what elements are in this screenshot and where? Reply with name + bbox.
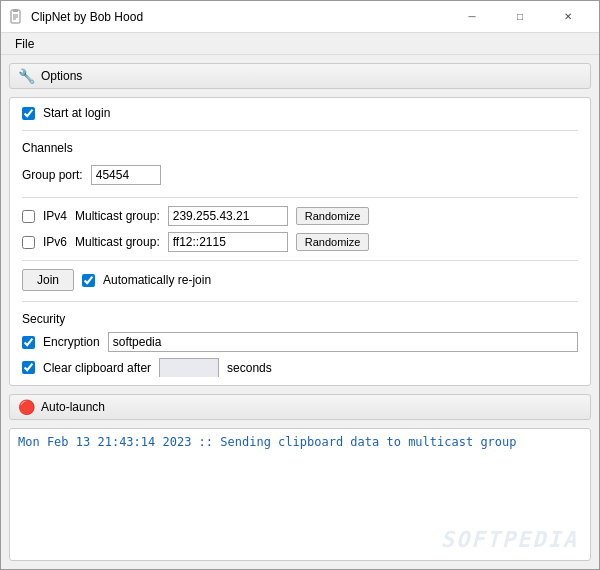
ipv6-row: IPv6 Multicast group: Randomize — [22, 232, 578, 252]
auto-rejoin-checkbox[interactable] — [82, 274, 95, 287]
start-at-login-checkbox[interactable] — [22, 107, 35, 120]
window-title: ClipNet by Bob Hood — [31, 10, 449, 24]
ipv4-label: IPv4 — [43, 209, 67, 223]
clear-clipboard-row: Clear clipboard after seconds — [22, 358, 578, 377]
group-port-input[interactable] — [91, 165, 161, 185]
close-button[interactable]: ✕ — [545, 1, 591, 33]
options-section-header: 🔧 Options — [9, 63, 591, 89]
ipv6-multicast-input[interactable] — [168, 232, 288, 252]
channels-label: Channels — [22, 141, 578, 155]
svg-rect-1 — [13, 9, 18, 12]
maximize-button[interactable]: □ — [497, 1, 543, 33]
start-at-login-row: Start at login — [22, 106, 578, 120]
title-bar: ClipNet by Bob Hood ─ □ ✕ — [1, 1, 599, 33]
group-port-row: Group port: — [22, 161, 578, 189]
minimize-button[interactable]: ─ — [449, 1, 495, 33]
channels-group: Channels Group port: IPv4 Multicast grou… — [22, 141, 578, 291]
clear-clipboard-input[interactable] — [159, 358, 219, 377]
join-row: Join Automatically re-join — [22, 269, 578, 291]
watermark: SOFTPEDIA — [441, 527, 578, 552]
options-icon: 🔧 — [18, 68, 35, 84]
security-group: Security Encryption Clear clipboard afte… — [22, 312, 578, 377]
ipv4-multicast-label: Multicast group: — [75, 209, 160, 223]
log-panel: Mon Feb 13 21:43:14 2023 :: Sending clip… — [9, 428, 591, 561]
start-at-login-label: Start at login — [43, 106, 110, 120]
ipv6-label: IPv6 — [43, 235, 67, 249]
divider-1 — [22, 130, 578, 131]
encryption-row: Encryption — [22, 332, 578, 352]
encryption-input[interactable] — [108, 332, 578, 352]
ipv6-randomize-button[interactable]: Randomize — [296, 233, 370, 251]
encryption-checkbox[interactable] — [22, 336, 35, 349]
ipv4-multicast-input[interactable] — [168, 206, 288, 226]
window-controls: ─ □ ✕ — [449, 1, 591, 33]
clear-clipboard-label: Clear clipboard after — [43, 361, 151, 375]
join-button[interactable]: Join — [22, 269, 74, 291]
divider-3 — [22, 260, 578, 261]
ipv4-checkbox[interactable] — [22, 210, 35, 223]
auto-rejoin-label: Automatically re-join — [103, 273, 211, 287]
ipv4-randomize-button[interactable]: Randomize — [296, 207, 370, 225]
app-icon — [9, 9, 25, 25]
menu-bar: File — [1, 33, 599, 55]
auto-launch-icon: 🔴 — [18, 399, 35, 415]
file-menu[interactable]: File — [7, 35, 42, 53]
clear-clipboard-checkbox[interactable] — [22, 361, 35, 374]
security-label: Security — [22, 312, 578, 326]
divider-4 — [22, 301, 578, 302]
options-label: Options — [41, 69, 82, 83]
ipv4-row: IPv4 Multicast group: Randomize — [22, 206, 578, 226]
encryption-label: Encryption — [43, 335, 100, 349]
log-message: Mon Feb 13 21:43:14 2023 :: Sending clip… — [18, 435, 517, 449]
divider-2 — [22, 197, 578, 198]
ipv6-checkbox[interactable] — [22, 236, 35, 249]
main-window: ClipNet by Bob Hood ─ □ ✕ File 🔧 Options… — [0, 0, 600, 570]
auto-launch-section-header: 🔴 Auto-launch — [9, 394, 591, 420]
options-panel: Start at login Channels Group port: IPv4… — [9, 97, 591, 386]
group-port-label: Group port: — [22, 168, 83, 182]
ipv6-multicast-label: Multicast group: — [75, 235, 160, 249]
content-area: 🔧 Options Start at login Channels Group … — [1, 55, 599, 569]
auto-launch-label: Auto-launch — [41, 400, 105, 414]
seconds-label: seconds — [227, 361, 272, 375]
